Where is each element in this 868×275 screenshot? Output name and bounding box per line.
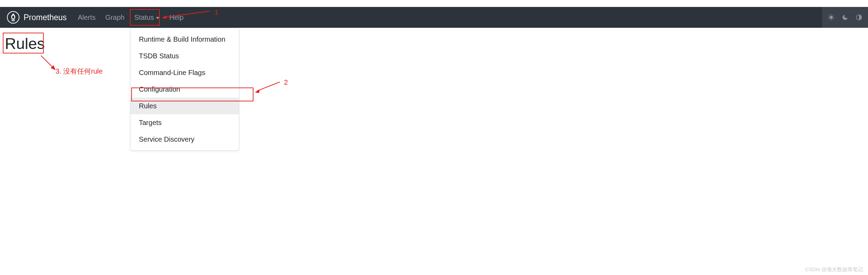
theme-light-button[interactable] xyxy=(825,12,837,23)
nav-graph[interactable]: Graph xyxy=(100,8,130,27)
dropdown-item[interactable]: Command-Line Flags xyxy=(131,64,239,81)
watermark: CSDN @渔夫数据库笔记 xyxy=(805,266,863,273)
nav-alerts[interactable]: Alerts xyxy=(73,8,100,27)
nav-graph-label: Graph xyxy=(105,14,125,22)
nav-help-label: Help xyxy=(169,14,183,22)
svg-line-14 xyxy=(257,82,280,91)
nav-status-label: Status xyxy=(134,14,154,22)
moon-icon xyxy=(842,14,849,21)
navbar: Prometheus Alerts Graph Status Help xyxy=(0,7,868,28)
svg-line-7 xyxy=(829,15,829,16)
chevron-down-icon xyxy=(156,17,159,19)
brand-label: Prometheus xyxy=(24,13,67,22)
svg-point-2 xyxy=(829,16,833,19)
page-title: Rules xyxy=(5,35,45,53)
annotation-arrow-3 xyxy=(39,53,56,71)
svg-marker-15 xyxy=(255,90,260,93)
theme-auto-button[interactable] xyxy=(853,12,865,23)
svg-rect-1 xyxy=(12,20,15,21)
dropdown-item[interactable]: TSDB Status xyxy=(131,48,239,64)
status-dropdown: Runtime & Build InformationTSDB StatusCo… xyxy=(130,28,239,151)
svg-line-16 xyxy=(41,56,53,68)
dropdown-item[interactable]: Rules xyxy=(131,98,239,114)
svg-line-9 xyxy=(829,19,829,20)
dropdown-item[interactable]: Configuration xyxy=(131,81,239,98)
theme-toggle xyxy=(822,7,868,28)
svg-line-10 xyxy=(833,15,834,16)
svg-marker-17 xyxy=(51,65,56,70)
nav-alerts-label: Alerts xyxy=(78,14,95,22)
brand-wrap[interactable]: Prometheus xyxy=(7,11,73,24)
annotation-label-3: 3. 没有任何rule xyxy=(56,67,103,76)
sun-icon xyxy=(828,14,835,21)
contrast-icon xyxy=(856,14,862,21)
nav-status[interactable]: Status xyxy=(130,8,165,27)
dropdown-item[interactable]: Service Discovery xyxy=(131,131,239,148)
svg-line-8 xyxy=(833,19,834,20)
theme-dark-button[interactable] xyxy=(839,12,851,23)
annotation-arrow-2 xyxy=(255,79,283,93)
nav-help[interactable]: Help xyxy=(164,8,188,27)
dropdown-item[interactable]: Targets xyxy=(131,114,239,131)
dropdown-item[interactable]: Runtime & Build Information xyxy=(131,31,239,48)
annotation-label-1: 1 xyxy=(215,8,218,16)
prometheus-logo-icon xyxy=(7,11,19,24)
svg-rect-0 xyxy=(11,20,15,20)
annotation-label-2: 2 xyxy=(284,78,288,86)
nav-items: Alerts Graph Status Help xyxy=(73,8,189,27)
